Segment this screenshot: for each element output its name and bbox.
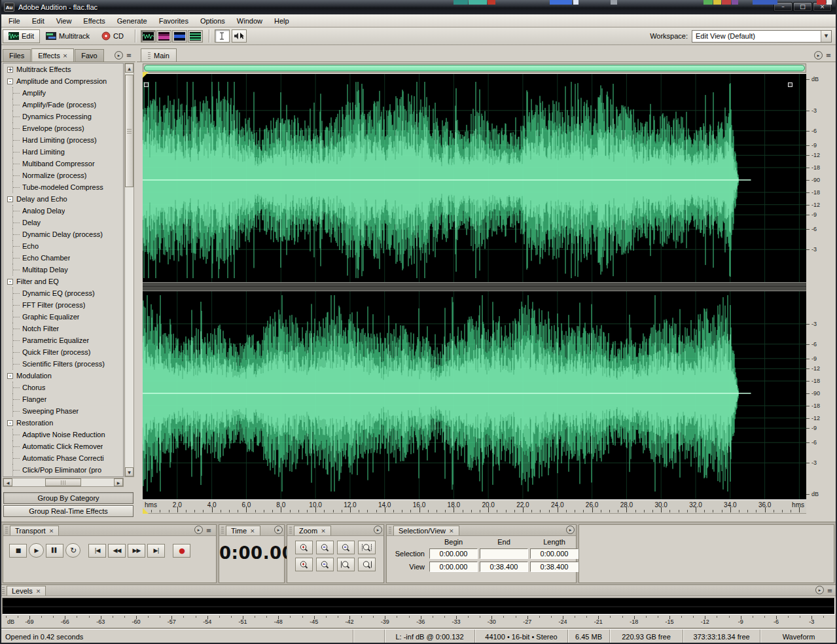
close-tab-icon[interactable]: × [49, 528, 54, 534]
scrollbar-track[interactable] [125, 73, 134, 467]
tab-main[interactable]: Main [141, 48, 177, 62]
zoom-to-right-edge-button[interactable] [358, 558, 376, 571]
spectral-phase-display-button[interactable] [188, 30, 203, 43]
panel-flyout-icon[interactable]: ▸ [374, 526, 382, 534]
close-tab-icon[interactable]: × [321, 528, 326, 534]
panel-menu-icon[interactable]: ≡ [124, 52, 134, 59]
selection-handle-right[interactable] [788, 82, 792, 87]
scrollbar-thumb[interactable] [45, 478, 82, 486]
tree-expander-icon[interactable]: - [7, 279, 13, 285]
close-tab-icon[interactable]: × [250, 528, 255, 534]
zoom-out-horizontal-button[interactable] [316, 541, 334, 554]
effect-item[interactable]: Tube-modeled Compress [12, 181, 123, 193]
scrollbar-thumb[interactable] [125, 75, 134, 187]
tab-favorites[interactable]: Favo [75, 49, 103, 62]
zoom-out-full-button[interactable] [337, 541, 355, 554]
effect-category[interactable]: +Multitrack Effects [3, 63, 123, 75]
effect-item[interactable]: Amplify/Fade (process) [12, 99, 123, 111]
selection-end-field[interactable] [480, 548, 528, 559]
level-meter[interactable] [2, 598, 835, 615]
multitrack-view-button[interactable]: Multitrack [40, 29, 96, 43]
workspace-select[interactable]: Edit View (Default) ▼ [692, 30, 832, 43]
panel-menu-icon[interactable]: ≡ [204, 527, 213, 534]
panel-menu-icon[interactable]: ≡ [824, 52, 833, 59]
scrub-tool-button[interactable] [232, 29, 247, 43]
tree-vertical-scrollbar[interactable]: ▲ ▼ [124, 63, 134, 477]
cd-view-button[interactable]: CD [96, 29, 130, 43]
play-button[interactable]: ▶ [29, 543, 44, 558]
panel-flyout-icon[interactable]: ▸ [194, 526, 203, 534]
group-by-category-button[interactable]: Group By Category [3, 492, 134, 504]
effect-item[interactable]: Hard Limiting [12, 146, 123, 158]
menu-help[interactable]: Help [268, 16, 295, 26]
pause-button[interactable]: ▌▌ [46, 544, 63, 558]
close-tab-icon[interactable]: × [449, 528, 454, 534]
menu-favorites[interactable]: Favorites [153, 16, 194, 26]
effect-item[interactable]: Dynamic EQ (process) [12, 287, 123, 299]
effect-item[interactable]: Automatic Phase Correcti [12, 452, 123, 464]
panel-flyout-icon[interactable]: ▸ [814, 51, 823, 60]
rewind-button[interactable]: ◀◀ [108, 544, 126, 558]
tree-expander-icon[interactable]: - [7, 196, 13, 202]
menu-file[interactable]: File [3, 16, 26, 26]
stop-button[interactable]: ■ [9, 544, 27, 558]
go-to-end-button[interactable]: ▶| [147, 544, 165, 558]
effect-category[interactable]: -Amplitude and Compression [3, 75, 123, 87]
tab-transport[interactable]: Transport × [10, 526, 59, 535]
zoom-out-vertical-button[interactable] [316, 558, 334, 571]
panel-flyout-icon[interactable]: ▸ [274, 526, 283, 534]
close-tab-icon[interactable]: × [36, 588, 41, 594]
effect-item[interactable]: Quick Filter (process) [12, 346, 123, 358]
tab-time[interactable]: Time × [226, 526, 260, 535]
effect-item[interactable]: Multitap Delay [12, 264, 123, 276]
scroll-down-icon[interactable]: ▼ [125, 467, 134, 476]
tab-selection-view[interactable]: Selection/View × [393, 526, 459, 535]
fast-forward-button[interactable]: ▶▶ [128, 544, 145, 558]
effect-item[interactable]: Scientific Filters (process) [12, 358, 123, 370]
selection-marker-top[interactable] [143, 72, 149, 78]
menu-effects[interactable]: Effects [77, 16, 111, 26]
waveform-display-button[interactable] [141, 30, 156, 43]
effect-item[interactable]: FFT Filter (process) [12, 299, 123, 311]
spectral-frequency-display-button[interactable] [156, 30, 171, 43]
effect-category[interactable]: -Modulation [3, 370, 123, 382]
effect-category[interactable]: -Filter and EQ [3, 276, 123, 287]
zoom-to-left-edge-button[interactable] [337, 558, 355, 571]
play-looped-button[interactable]: ↻ [65, 543, 80, 558]
edit-view-button[interactable]: Edit [3, 29, 40, 43]
menu-options[interactable]: Options [194, 16, 231, 26]
effect-item[interactable]: Multiband Compressor [12, 158, 123, 170]
effect-item[interactable]: Amplify [12, 87, 123, 99]
tab-zoom[interactable]: Zoom × [294, 526, 331, 535]
selection-begin-field[interactable]: 0:00.000 [429, 548, 478, 559]
record-button[interactable]: ● [173, 544, 190, 558]
selection-length-field[interactable]: 0:00.000 [530, 548, 579, 559]
effect-category[interactable]: -Delay and Echo [3, 193, 123, 205]
panel-flyout-icon[interactable]: ▸ [815, 586, 824, 594]
effect-item[interactable]: Dynamic Delay (process) [12, 228, 123, 240]
panel-menu-icon[interactable]: ≡ [825, 587, 834, 594]
waveform-display[interactable] [143, 74, 806, 499]
tree-expander-icon[interactable]: - [7, 420, 13, 426]
effect-item[interactable]: Envelope (process) [12, 122, 123, 134]
tree-expander-icon[interactable]: - [7, 79, 13, 84]
scroll-right-icon[interactable]: ▶ [114, 478, 123, 486]
effect-item[interactable]: Graphic Equalizer [12, 311, 123, 323]
effect-item[interactable]: Analog Delay [12, 205, 123, 217]
menu-view[interactable]: View [50, 16, 78, 26]
menu-window[interactable]: Window [231, 16, 268, 26]
panel-flyout-icon[interactable]: ▸ [566, 526, 575, 534]
time-selection-tool-button[interactable] [215, 29, 230, 43]
effect-item[interactable]: Chorus [12, 382, 123, 393]
effect-item[interactable]: Sweeping Phaser [12, 405, 123, 417]
navigator-track[interactable] [143, 63, 806, 73]
view-end-field[interactable]: 0:38.400 [480, 562, 528, 572]
effect-item[interactable]: Flanger [12, 393, 123, 405]
chevron-down-icon[interactable]: ▼ [821, 31, 831, 42]
close-tab-icon[interactable]: × [63, 52, 68, 59]
go-to-beginning-button[interactable]: |◀ [88, 544, 106, 558]
effect-item[interactable]: Notch Filter [12, 323, 123, 334]
selection-handle-left[interactable] [144, 82, 149, 87]
zoom-in-horizontal-button[interactable] [295, 541, 313, 554]
selection-marker-bottom[interactable] [143, 508, 149, 514]
